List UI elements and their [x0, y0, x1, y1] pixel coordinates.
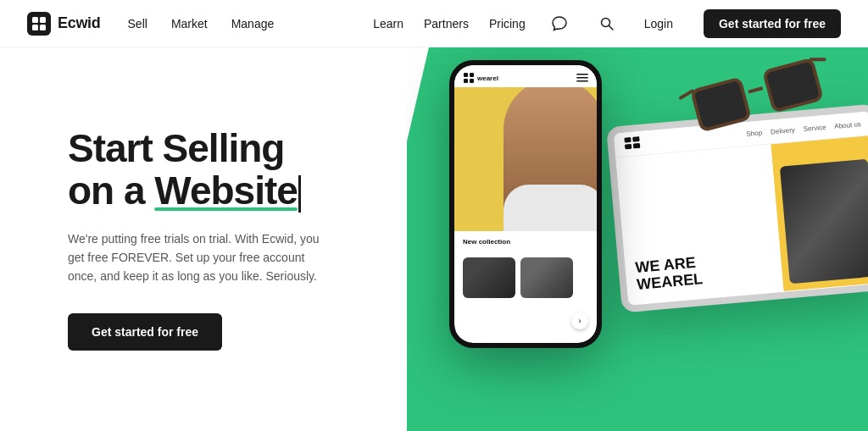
svg-rect-14 — [625, 144, 632, 150]
chat-icon — [551, 15, 568, 32]
brand-name: Ecwid — [58, 14, 101, 32]
svg-rect-8 — [470, 79, 474, 83]
svg-rect-7 — [464, 79, 468, 83]
hero-title-highlight: Website — [154, 170, 298, 213]
nav-learn[interactable]: Learn — [373, 17, 403, 30]
nav-links-right: Learn Partners Pricing Login Get started… — [373, 9, 841, 38]
hero-title-cursor — [298, 175, 301, 213]
phone-store-logo-icon — [463, 72, 475, 84]
tablet-nav-about[interactable]: About us — [834, 120, 861, 130]
hero-left: Start Selling on a Website We're putting… — [0, 47, 407, 431]
svg-rect-9 — [576, 74, 588, 75]
phone-hero-image — [454, 87, 597, 231]
tablet-logo-icon — [624, 136, 642, 150]
brand-logo[interactable]: Ecwid — [27, 12, 101, 36]
svg-rect-5 — [464, 73, 468, 77]
phone-arrow-btn: › — [571, 312, 588, 329]
phone-collection-label: New collection — [454, 231, 597, 252]
phone-product-2 — [520, 257, 573, 298]
navbar: Ecwid Sell Market Manage Learn Partners … — [0, 0, 868, 47]
hero-title-line2: on a Website — [68, 169, 301, 213]
svg-rect-1 — [40, 17, 46, 23]
nav-links-left: Sell Market Manage — [128, 17, 275, 30]
svg-rect-3 — [40, 25, 46, 30]
hero-right: wearel — [407, 47, 868, 431]
svg-rect-10 — [576, 77, 588, 79]
svg-rect-12 — [624, 137, 631, 143]
tablet-hero-text: WE ARE WEAREL — [635, 248, 773, 293]
svg-rect-0 — [32, 17, 38, 23]
hero-description: We're putting free trials on trial. With… — [68, 229, 322, 286]
tablet-hero-area: WE ARE WEAREL — [615, 135, 868, 305]
search-icon-button[interactable] — [593, 10, 620, 37]
nav-market[interactable]: Market — [171, 17, 208, 30]
nav-pricing[interactable]: Pricing — [489, 17, 526, 30]
svg-rect-2 — [32, 25, 38, 30]
svg-rect-6 — [470, 73, 474, 77]
tablet-nav-service[interactable]: Service — [803, 123, 826, 132]
svg-rect-11 — [576, 80, 588, 82]
nav-sell[interactable]: Sell — [128, 17, 147, 30]
svg-rect-15 — [633, 143, 640, 149]
phone-product-1 — [463, 257, 515, 298]
chat-icon-button[interactable] — [546, 10, 573, 37]
svg-rect-13 — [632, 136, 639, 142]
tablet-store-logo — [624, 136, 642, 152]
tablet-hero-image — [771, 135, 868, 291]
nav-manage[interactable]: Manage — [231, 17, 275, 30]
hero-title-line1: Start Selling — [68, 126, 284, 170]
nav-cta-button[interactable]: Get started for free — [704, 9, 841, 38]
hero-cta-button[interactable]: Get started for free — [68, 313, 222, 351]
nav-partners[interactable]: Partners — [424, 17, 469, 30]
sunglasses-left-lens — [690, 76, 752, 132]
hero-title: Start Selling on a Website — [68, 128, 366, 213]
sunglasses-right-lens — [762, 58, 824, 113]
search-icon — [599, 16, 615, 31]
phone-store-name: wearel — [477, 75, 498, 82]
login-link[interactable]: Login — [644, 17, 673, 30]
phone-mockup: wearel — [449, 60, 602, 348]
phone-menu-icon — [576, 74, 588, 82]
hero-section: Start Selling on a Website We're putting… — [0, 47, 868, 431]
logo-icon — [27, 12, 51, 36]
phone-product-row — [454, 252, 597, 303]
